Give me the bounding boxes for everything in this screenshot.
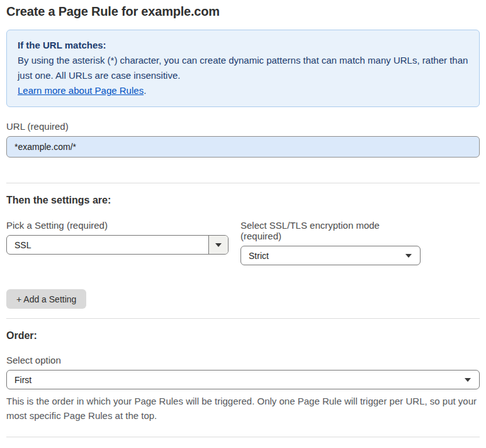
learn-more-link[interactable]: Learn more about Page Rules [18, 85, 144, 96]
mode-picker-arrow-well [405, 254, 420, 258]
create-page-rule-form: Create a Page Rule for example.com If th… [0, 0, 486, 448]
info-box-body: By using the asterisk (*) character, you… [18, 53, 468, 83]
divider [6, 437, 480, 437]
order-select-value: First [7, 375, 465, 385]
settings-pickers-row: Pick a Setting (required) SSL Select SSL… [6, 220, 480, 265]
page-title: Create a Page Rule for example.com [6, 4, 480, 19]
mode-picker-group: Select SSL/TLS encryption mode (required… [240, 220, 421, 265]
caret-down-icon [465, 378, 471, 382]
add-setting-button[interactable]: + Add a Setting [6, 289, 86, 309]
caret-down-icon [405, 254, 412, 258]
mode-picker-label: Select SSL/TLS encryption mode (required… [240, 220, 421, 241]
divider [6, 318, 480, 319]
mode-picker-select[interactable]: Strict [240, 246, 421, 265]
order-label: Select option [6, 355, 480, 365]
link-suffix: . [144, 85, 146, 96]
setting-picker-label: Pick a Setting (required) [6, 220, 229, 231]
url-label: URL (required) [6, 121, 480, 132]
url-input[interactable] [6, 136, 480, 158]
mode-picker-value: Strict [241, 251, 405, 261]
order-select-arrow-well [465, 378, 479, 382]
info-box-heading: If the URL matches: [18, 38, 468, 53]
setting-picker-select[interactable]: SSL [6, 235, 229, 255]
order-select[interactable]: First [6, 370, 480, 389]
setting-picker-value: SSL [7, 240, 208, 250]
settings-heading: Then the settings are: [6, 195, 480, 206]
order-heading: Order: [6, 330, 480, 342]
order-help-text: This is the order in which your Page Rul… [6, 394, 480, 423]
url-match-info-box: If the URL matches: By using the asteris… [6, 30, 480, 107]
info-box-link-line: Learn more about Page Rules. [18, 83, 468, 98]
setting-picker-arrow-well[interactable] [208, 236, 228, 254]
divider [6, 183, 480, 183]
caret-down-icon [215, 243, 222, 247]
setting-picker-group: Pick a Setting (required) SSL [6, 220, 229, 265]
